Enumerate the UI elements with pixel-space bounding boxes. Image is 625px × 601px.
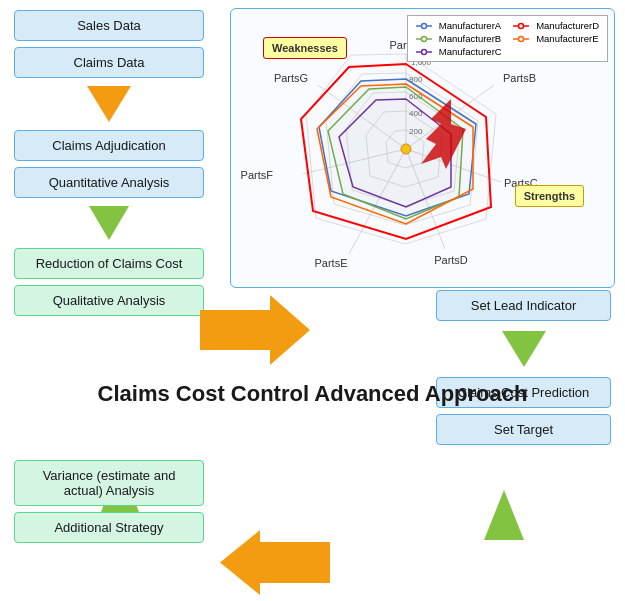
radar-legend: ManufacturerA ManufacturerD Manufacturer…	[407, 15, 608, 62]
orange-arrow-left	[220, 530, 330, 599]
radar-chart-container: .radar-label { font-size: 11px; fill: #3…	[230, 8, 615, 288]
svg-point-36	[519, 23, 524, 28]
svg-marker-1	[89, 206, 129, 240]
svg-marker-43	[200, 295, 310, 365]
green-arrow-right	[436, 331, 611, 367]
bottom-left-column: Variance (estimate and actual) Analysis …	[14, 460, 204, 543]
weaknesses-label: Weaknesses	[263, 37, 347, 59]
left-top-column: Sales Data Claims Data Claims Adjudicati…	[14, 10, 204, 316]
main-title: Claims Cost Control Advanced Approach	[98, 380, 528, 409]
legend-manufacturer-b: ManufacturerB	[416, 33, 501, 44]
reduction-claims-cost-box: Reduction of Claims Cost	[14, 248, 204, 279]
claims-adjudication-box: Claims Adjudication	[14, 130, 204, 161]
additional-strategy-box: Additional Strategy	[14, 512, 204, 543]
main-container: Sales Data Claims Data Claims Adjudicati…	[0, 0, 625, 601]
svg-text:PartsG: PartsG	[274, 72, 308, 84]
claims-data-box: Claims Data	[14, 47, 204, 78]
variance-analysis-box: Variance (estimate and actual) Analysis	[14, 460, 204, 506]
svg-marker-44	[502, 331, 546, 367]
quantitative-analysis-box: Quantitative Analysis	[14, 167, 204, 198]
right-column: Set Lead Indicator Claims Cost Predictio…	[436, 290, 611, 445]
svg-point-34	[421, 23, 426, 28]
svg-text:PartsF: PartsF	[241, 169, 274, 181]
svg-text:PartsE: PartsE	[314, 257, 347, 269]
svg-point-40	[519, 36, 524, 41]
svg-marker-45	[220, 530, 330, 595]
legend-manufacturer-d: ManufacturerD	[513, 20, 599, 31]
green-arrow-up-right	[484, 490, 524, 544]
orange-arrow-right	[200, 295, 310, 369]
orange-arrow-1	[14, 86, 204, 122]
legend-manufacturer-c: ManufacturerC	[416, 46, 502, 57]
svg-point-31	[401, 144, 411, 154]
green-arrow-1	[14, 206, 204, 240]
qualitative-analysis-box: Qualitative Analysis	[14, 285, 204, 316]
legend-manufacturer-a: ManufacturerA	[416, 20, 501, 31]
svg-text:PartsD: PartsD	[434, 254, 468, 266]
strengths-label: Strengths	[515, 185, 584, 207]
svg-point-42	[421, 49, 426, 54]
svg-marker-46	[484, 490, 524, 540]
svg-point-38	[421, 36, 426, 41]
legend-manufacturer-e: ManufacturerE	[513, 33, 598, 44]
svg-text:PartsB: PartsB	[503, 72, 536, 84]
set-lead-indicator-box: Set Lead Indicator	[436, 290, 611, 321]
svg-marker-0	[87, 86, 131, 122]
sales-data-box: Sales Data	[14, 10, 204, 41]
set-target-box: Set Target	[436, 414, 611, 445]
